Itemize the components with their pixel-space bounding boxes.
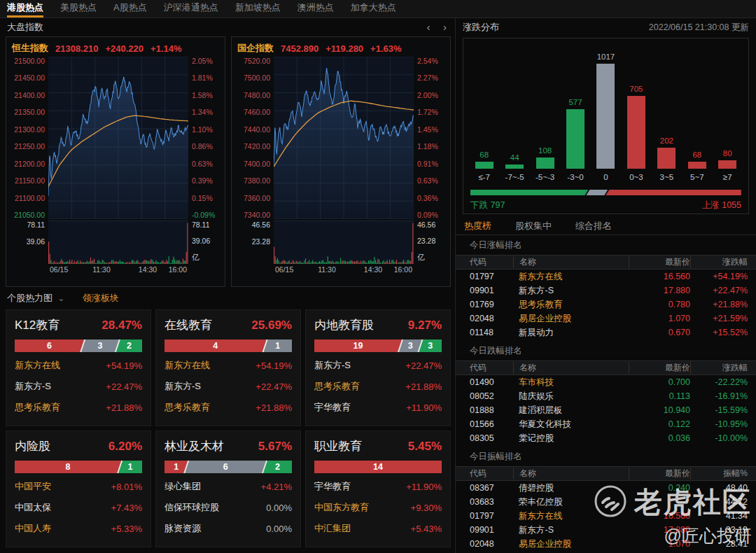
dist-category-label: 3~5 [652,170,682,184]
nav-tab-6[interactable]: 加拿大热点 [351,0,396,18]
ratio-segment-up [606,190,741,195]
volume-plot[interactable] [274,220,414,264]
volume-area: 78.1139.06 78.1139.06亿 [6,220,225,264]
distribution-header: 涨跌分布 2022/06/15 21:30:08 更新 [456,18,756,35]
tile-stock-row[interactable]: 思考乐教育+21.88% [314,376,442,397]
rank-row[interactable]: 02048易居企业控股1.070+21.59% [456,312,756,326]
stock-change: +21.88% [106,402,142,413]
price-plot[interactable] [274,57,414,219]
volume-tick: 78.11 [192,220,223,229]
tile-stock-row[interactable]: 中国人寿+5.33% [15,518,142,539]
rank-row[interactable]: 03683荣丰亿控股44.72 [456,495,756,509]
tile-stock-row[interactable]: 中汇集团+5.43% [314,518,442,539]
volume-tick: 23.28 [417,237,449,245]
rank-section-2: 今日振幅排名代码名称最新价振幅%08367倩碧控股0.24048.4003683… [456,447,756,552]
tile-stock-row[interactable]: 新东方在线+54.19% [15,355,142,376]
dist-bar-value: 202 [660,136,673,145]
tile-stock-row[interactable]: 思考乐教育+21.88% [164,397,292,418]
nav-tab-4[interactable]: 新加坡热点 [235,0,281,18]
stock-change: -22.22% [690,377,748,387]
rank-row[interactable]: 08367倩碧控股0.24048.40 [456,481,756,495]
tile-stock-row[interactable]: 宇华教育+11.90% [314,476,442,497]
rank-tab-2[interactable]: 综合排名 [575,220,612,232]
tile-stock-row[interactable]: 信保环球控股0.00% [164,497,292,518]
y-axis-label: 7380.00 [233,176,270,185]
volume-plot[interactable] [48,220,188,264]
volume-tick: 39.06 [192,237,223,245]
stock-code: 01797 [470,511,513,521]
tile-header: 内地教育股9.27% [314,317,442,333]
rank-row[interactable]: 02048易居企业控股1.07028.41 [456,537,756,551]
dist-legend: 下跌 797上涨 1055 [470,200,741,211]
price-plot[interactable] [48,57,188,219]
stock-name: 思考乐教育 [15,401,60,414]
breadth-segment-up: 8 [15,461,121,473]
sector-tile-0[interactable]: K12教育28.47%632新东方在线+54.19%新东方-S+22.47%思考… [6,309,151,426]
index-change: +119.280 [326,43,363,54]
tile-stock-row[interactable]: 新东方在线+54.19% [164,355,292,376]
rank-row[interactable]: 09901新东方-S17.88033.19 [456,523,756,537]
volume-axis-right: 46.5623.28亿 [414,220,450,264]
heatmap-header: 个股热力图 ⌄ 领涨板块 [0,287,455,305]
sector-tile-5[interactable]: 职业教育5.45%14宇华教育+11.90%中国东方教育+9.30%中汇集团+5… [305,430,451,547]
stock-name: 车市科技 [513,377,629,388]
volume-tick: 39.06 [8,237,45,246]
breadth-segment-down: 2 [116,340,142,352]
rank-row[interactable]: 09901新东方-S17.880+22.47% [456,284,756,298]
y-axis-label: 7420.00 [233,142,270,150]
tile-stock-row[interactable]: 脉资资源0.00% [164,518,292,539]
rank-row[interactable]: 01490车市科技0.700-22.22% [456,375,756,389]
rank-row[interactable]: 08305棠记控股0.036-10.00% [456,431,756,445]
tile-stock-row[interactable]: 中国东方教育+9.30% [314,497,442,518]
tile-stock-row[interactable]: 新东方-S+22.47% [15,376,142,397]
stock-code: 01148 [470,328,513,337]
sector-tile-1[interactable]: 在线教育25.69%41新东方在线+54.19%新东方-S+22.47%思考乐教… [155,309,301,426]
next-arrow-icon[interactable]: › [443,21,447,33]
stock-name: 新东方-S [15,380,51,393]
stock-name: 中国人寿 [15,522,51,535]
update-timestamp[interactable]: 2022/06/15 21:30:08 更新 [649,22,749,34]
nav-tab-1[interactable]: 美股热点 [60,0,97,18]
rank-row[interactable]: 01769思考乐教育0.780+21.88% [456,298,756,312]
nav-tab-3[interactable]: 沪深港通热点 [164,0,218,18]
time-axis-label: 16:00 [169,265,187,274]
distribution-bars: 684410857710177052026880 [469,44,743,169]
stock-code: 09901 [470,525,513,535]
dist-category-label: 0~3 [621,170,651,184]
tile-stock-row[interactable]: 宇华教育+11.90% [314,397,442,418]
stock-price: 1.070 [629,314,690,323]
tile-stock-row[interactable]: 新东方-S+22.47% [314,355,442,376]
dist-category-label: ≤-7 [469,170,499,184]
rank-row[interactable]: 01797新东方在线16.56041.34 [456,509,756,523]
sector-change-pct: 9.27% [408,318,442,332]
y-axis-right: 2.54%2.27%2.00%1.72%1.45%1.18%0.91%0.63%… [414,57,450,219]
rank-row[interactable]: 01148新晨动力0.670+15.52% [456,326,756,340]
sector-tile-2[interactable]: 内地教育股9.27%1933新东方-S+22.47%思考乐教育+21.88%宇华… [305,309,451,426]
index-charts: 恒生指数21308.210+240.220+1.14%21500.0021450… [0,35,455,287]
nav-tab-0[interactable]: 港股热点 [7,0,43,18]
heatmap-type-dropdown[interactable]: 个股热力图 ⌄ [7,292,64,304]
rank-row[interactable]: 08052陆庆娱乐0.113-16.91% [456,389,756,403]
tile-stock-row[interactable]: 中国平安+8.01% [15,476,142,497]
sector-tile-4[interactable]: 林业及木材5.67%162绿心集团+4.21%信保环球控股0.00%脉资资源0.… [155,430,301,547]
rank-row[interactable]: 01566华夏文化科技0.122-10.95% [456,417,756,431]
stock-price: 17.880 [629,525,690,535]
tile-stock-row[interactable]: 中国太保+7.43% [15,497,142,518]
tile-stock-row[interactable]: 思考乐教育+21.88% [15,397,142,418]
tab-leading-sectors[interactable]: 领涨板块 [83,292,119,304]
tile-stock-row[interactable]: 新东方-S+22.47% [164,376,292,397]
breadth-segment-flat: 3 [399,340,422,352]
stock-price: 16.560 [629,272,690,281]
prev-arrow-icon[interactable]: ‹ [427,21,430,33]
rank-tab-1[interactable]: 股权集中 [515,220,552,232]
rank-row[interactable]: 01888建滔积层板10.940-15.59% [456,403,756,417]
rank-tab-0[interactable]: 热度榜 [464,220,491,232]
tile-stock-row[interactable]: 绿心集团+4.21% [164,476,292,497]
nav-tab-2[interactable]: A股热点 [113,0,147,18]
rank-row[interactable]: 01797新东方在线16.560+54.19% [456,270,756,284]
sector-tile-3[interactable]: 内险股6.20%81中国平安+8.01%中国太保+7.43%中国人寿+5.33% [6,430,151,547]
nav-tab-5[interactable]: 澳洲热点 [298,0,334,18]
y-axis-label: 21200.00 [8,160,45,168]
y-axis-label: 21450.00 [8,74,45,82]
dist-bar-slot: 577 [560,98,590,169]
